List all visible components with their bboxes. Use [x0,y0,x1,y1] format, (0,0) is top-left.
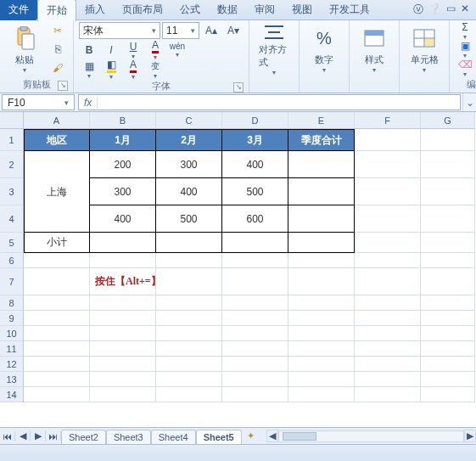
column-header[interactable]: E [288,112,355,129]
cell[interactable]: 600 [222,205,288,233]
cell[interactable] [355,151,421,178]
row-header[interactable]: 6 [0,253,24,268]
cell[interactable] [156,233,222,253]
tab-review[interactable]: 审阅 [246,0,283,20]
pinyin-guide-button[interactable]: 变▾ [145,61,165,78]
format-painter-button[interactable]: 🖌 [48,59,68,76]
cell[interactable] [355,178,421,205]
cell[interactable] [288,341,355,357]
cell[interactable] [90,311,156,326]
cell[interactable]: 400 [222,151,288,178]
shrink-font-button[interactable]: A▾ [223,22,244,39]
underline-button[interactable]: U▾ [123,42,143,59]
cell[interactable] [24,268,90,295]
copy-button[interactable]: ⎘ [48,41,68,58]
sheet-nav-last[interactable]: ⏭ [46,431,61,441]
cell[interactable] [288,326,355,341]
cell[interactable] [355,326,421,341]
cell[interactable] [222,268,288,295]
formula-input[interactable] [98,97,460,109]
cell[interactable]: 400 [90,205,156,233]
cell[interactable] [288,233,355,253]
autosum-button[interactable]: Σ▾ [455,22,475,39]
cell[interactable]: 3月 [222,129,288,151]
cell[interactable] [222,311,288,326]
cell[interactable] [421,151,475,178]
cell[interactable] [355,357,421,372]
cell[interactable] [24,311,90,326]
cell[interactable] [156,341,222,357]
formula-bar-expand-icon[interactable]: ⌄ [462,93,476,111]
cell[interactable] [90,372,156,387]
row-header[interactable]: 11 [0,341,24,357]
cell[interactable]: 地区 [24,129,90,151]
paste-dropdown-icon[interactable]: ▾ [23,66,26,74]
cell[interactable] [222,326,288,341]
row-header[interactable]: 9 [0,311,24,326]
cell[interactable] [355,387,421,402]
clear-button[interactable]: ⌫▾ [455,59,475,76]
cell[interactable] [355,268,421,295]
cell[interactable] [222,387,288,402]
grid[interactable]: ABCDEFG 地区1月2月3月季度合计200300400上海300400500… [24,112,476,427]
cell[interactable] [156,326,222,341]
cell[interactable] [156,311,222,326]
clipboard-launcher-icon[interactable]: ↘ [58,81,68,91]
cell[interactable] [24,357,90,372]
styles-button[interactable]: 样式▾ [355,22,394,76]
cell[interactable] [90,341,156,357]
cell[interactable] [421,357,475,372]
cell[interactable] [222,233,288,253]
font-color2-button[interactable]: A▾ [123,61,143,78]
cell[interactable] [24,341,90,357]
cell[interactable] [222,341,288,357]
cell[interactable] [421,233,475,253]
borders-button[interactable]: ▦▾ [79,61,99,78]
row-header[interactable]: 3 [0,178,24,205]
cell[interactable]: 季度合计 [288,129,355,151]
cell[interactable] [355,311,421,326]
row-header[interactable]: 5 [0,233,24,253]
cell[interactable] [421,372,475,387]
cell[interactable] [90,357,156,372]
cell[interactable] [24,295,90,311]
cell[interactable] [288,205,355,233]
horizontal-scrollbar[interactable]: ◀ ▶ [266,430,476,442]
window-close-icon[interactable]: ✕ [461,3,469,17]
fill-button[interactable]: ▣▾ [455,41,475,58]
fx-icon[interactable]: fx [79,97,98,109]
fill-color-button[interactable]: ◧▾ [101,61,121,78]
sheet-tab[interactable]: Sheet5 [196,430,242,444]
column-header[interactable]: C [156,112,222,129]
cell[interactable]: 400 [156,178,222,205]
cell[interactable] [355,253,421,268]
cell[interactable] [156,387,222,402]
cell[interactable]: 2月 [156,129,222,151]
row-header[interactable]: 1 [0,129,24,151]
number-format-button[interactable]: % 数字▾ [305,22,344,76]
row-header[interactable]: 7 [0,268,24,295]
cell[interactable] [421,341,475,357]
cell[interactable] [222,295,288,311]
cell[interactable] [355,341,421,357]
tab-home[interactable]: 开始 [37,0,76,21]
cell[interactable] [288,372,355,387]
cell[interactable] [355,233,421,253]
cell[interactable] [288,311,355,326]
cell[interactable] [355,205,421,233]
tab-view[interactable]: 视图 [283,0,321,20]
font-color-button[interactable]: A▾ [145,42,165,59]
cell[interactable] [24,205,90,233]
sheet-nav-prev[interactable]: ◀ [15,430,31,441]
cell[interactable]: 上海 [24,178,90,205]
name-box[interactable]: F10▾ [2,94,75,110]
paste-button[interactable]: 粘贴 ▾ [5,22,44,76]
cell[interactable] [355,295,421,311]
cell[interactable] [24,372,90,387]
row-header[interactable]: 8 [0,295,24,311]
cell[interactable] [156,372,222,387]
cell[interactable]: 500 [222,178,288,205]
cell[interactable] [90,233,156,253]
cell[interactable] [222,372,288,387]
cell[interactable]: 1月 [90,129,156,151]
